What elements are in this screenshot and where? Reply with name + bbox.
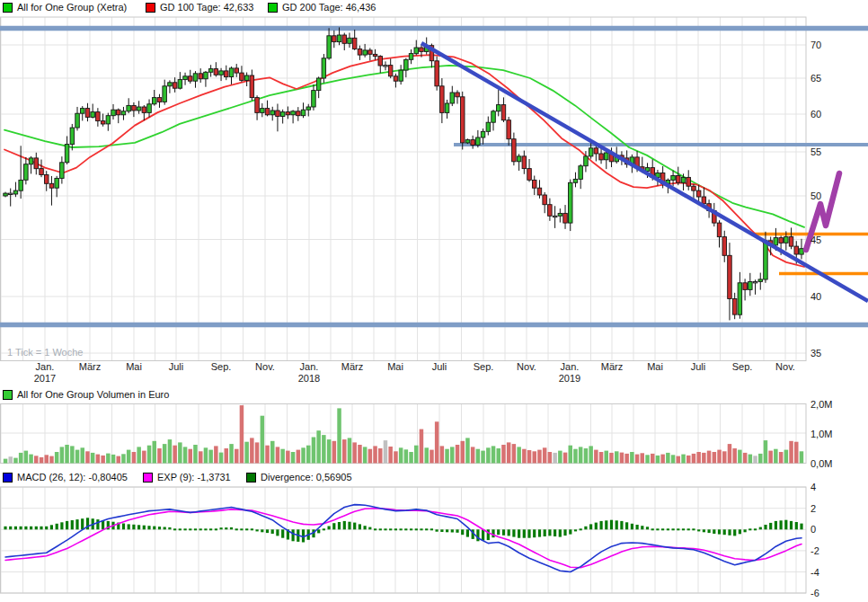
candle-body xyxy=(388,66,393,76)
volume-bar xyxy=(168,439,173,463)
volume-bar xyxy=(24,451,29,464)
volume-bar xyxy=(692,454,696,464)
divergence-bar xyxy=(636,525,639,529)
candle-body xyxy=(49,183,54,188)
divergence-bar xyxy=(368,527,371,530)
candle-body xyxy=(569,182,573,223)
month-axis-label: März xyxy=(601,361,623,372)
divergence-bar xyxy=(215,528,217,530)
candle-body xyxy=(75,113,80,128)
divergence-bar xyxy=(323,528,325,530)
volume-panel[interactable]: 2,0M1,0M0,0M xyxy=(0,399,832,469)
divergence-bar xyxy=(359,524,361,529)
divergence-bar xyxy=(266,529,269,533)
candle-body xyxy=(106,116,111,124)
candle-body xyxy=(722,237,727,256)
volume-bar xyxy=(399,447,403,463)
candle-body xyxy=(717,223,722,237)
divergence-bar xyxy=(220,527,223,529)
candle-body xyxy=(168,83,173,86)
volume-bar xyxy=(677,456,681,464)
volume-bar xyxy=(768,451,773,464)
volume-bar xyxy=(671,455,676,463)
divergence-bar xyxy=(492,529,494,537)
volume-bar xyxy=(481,451,485,464)
volume-bar xyxy=(569,446,573,464)
candle-body xyxy=(461,97,465,143)
volume-bar xyxy=(40,457,44,464)
volume-bar xyxy=(732,448,737,464)
month-axis-label: Nov. xyxy=(255,361,275,372)
volume-bar xyxy=(363,447,368,463)
divergence-bar xyxy=(158,527,161,529)
divergence-bar xyxy=(415,528,418,530)
month-axis-label: Mai xyxy=(387,361,403,372)
divergence-bar xyxy=(353,523,356,530)
month-axis-label: März xyxy=(79,361,101,372)
volume-bar xyxy=(60,447,65,463)
volume-bar xyxy=(127,450,131,464)
month-axis-label: Jan. xyxy=(561,361,580,372)
candle-body xyxy=(291,111,296,115)
divergence-bar xyxy=(374,528,376,530)
candle-body xyxy=(40,169,44,175)
macd-panel[interactable]: 420-2-4-6 xyxy=(0,482,819,598)
volume-bar xyxy=(368,449,373,464)
volume-bar xyxy=(420,429,424,464)
candle-body xyxy=(702,197,706,204)
candle-body xyxy=(440,86,445,113)
volume-bar xyxy=(794,442,799,464)
candle-body xyxy=(789,237,793,247)
divergence-bar xyxy=(271,529,274,534)
divergence-bar xyxy=(430,528,433,530)
divergence-bar xyxy=(661,528,664,530)
volume-bar xyxy=(445,449,449,464)
candle-body xyxy=(384,66,388,66)
month-axis-label: Jan. xyxy=(36,361,55,372)
candle-body xyxy=(677,176,681,183)
volume-bar xyxy=(435,421,439,463)
divergence-bar xyxy=(420,528,422,530)
volume-bar xyxy=(645,455,650,463)
volume-bar xyxy=(142,451,146,464)
volume-bar xyxy=(635,455,640,464)
volume-bar xyxy=(121,454,126,463)
volume-bar xyxy=(486,447,491,463)
candle-body xyxy=(594,148,598,154)
price-panel-border xyxy=(1,17,807,361)
divergence-bar xyxy=(769,523,772,529)
candle-body xyxy=(348,38,352,43)
volume-bar xyxy=(764,440,768,463)
volume-bar xyxy=(450,447,455,463)
volume-bar xyxy=(456,445,460,464)
volume-bar xyxy=(265,446,270,464)
candle-body xyxy=(394,76,398,81)
candle-body xyxy=(280,112,285,117)
candle-body xyxy=(558,213,562,216)
volume-bar xyxy=(594,450,598,464)
volume-bar xyxy=(276,447,280,463)
candle-body xyxy=(142,107,146,112)
volume-legend-item: All for One Group Volumen in Euro xyxy=(3,389,169,400)
volume-bar xyxy=(758,454,763,464)
divergence-bar xyxy=(744,529,747,532)
candle-body xyxy=(157,98,162,102)
volume-bar xyxy=(440,446,445,463)
month-axis-label: Sep. xyxy=(474,361,494,372)
volume-bar xyxy=(348,438,352,463)
volume-bar xyxy=(199,451,203,463)
divergence-bar xyxy=(410,528,412,530)
stock-chart-canvas[interactable]: 7065605550454035Jan.2017MärzMaiJuliSep.N… xyxy=(0,0,868,602)
candle-body xyxy=(584,156,589,166)
candle-body xyxy=(204,72,208,79)
candle-body xyxy=(409,54,413,60)
volume-bar xyxy=(280,449,285,464)
volume-bar xyxy=(624,454,629,464)
candle-body xyxy=(178,80,182,89)
price-panel[interactable]: 7065605550454035Jan.2017MärzMaiJuliSep.N… xyxy=(0,17,868,384)
macd-axis-label: -6 xyxy=(810,588,819,598)
year-axis-label: 2019 xyxy=(559,373,580,384)
candle-body xyxy=(450,93,455,103)
volume-bar xyxy=(101,456,105,464)
candle-body xyxy=(563,213,568,223)
